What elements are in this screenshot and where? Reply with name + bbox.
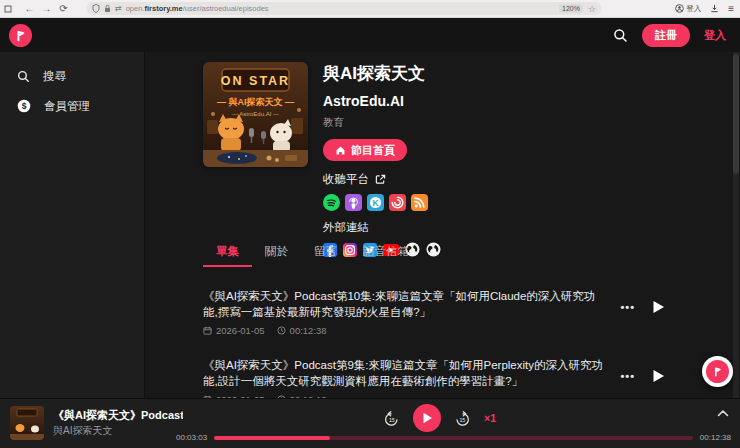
show-tabs: 單集 關於 留言 語音信箱: [203, 238, 422, 267]
episode-date: 2026-01-05: [216, 325, 265, 336]
episode-meta: 2026-01-05 00:12:38: [203, 325, 607, 336]
tab-preview-icon[interactable]: [4, 5, 21, 13]
svg-text:$: $: [22, 101, 27, 111]
login-link[interactable]: 登入: [704, 28, 726, 43]
forward-15-button[interactable]: 15: [454, 410, 471, 427]
browser-chrome: ← → ⟳ ⇄ open.firstory.me/user/astroeduai…: [0, 0, 740, 18]
cover-title-text: — 與AI探索天文 —: [217, 97, 294, 107]
show-author: AstroEdu.AI: [323, 93, 441, 109]
tab-comments[interactable]: 留言: [301, 238, 350, 267]
player-cover-thumbnail: [10, 406, 44, 440]
episode-more-button[interactable]: •••: [620, 301, 635, 313]
episode-row: 《與AI探索天文》Podcast第9集:來聊這篇文章「如何用Perplexity…: [203, 357, 665, 398]
permissions-icon[interactable]: ⇄: [115, 4, 122, 13]
episode-more-button[interactable]: •••: [620, 370, 635, 382]
browser-account-button[interactable]: 登入: [675, 4, 701, 14]
svg-text:K: K: [372, 198, 379, 208]
home-icon: [335, 145, 346, 156]
collapse-player-chevron[interactable]: [717, 409, 729, 417]
show-header: ON STAR — 與AI探索天文 — — AstroEdu.AI —: [203, 62, 441, 257]
episode-duration: 00:12:38: [290, 325, 327, 336]
episode-title[interactable]: 《與AI探索天文》Podcast第10集:來聊這篇文章「如何用Claude的深入…: [203, 288, 607, 320]
register-button[interactable]: 註冊: [642, 24, 690, 47]
rss-icon[interactable]: [411, 194, 428, 211]
show-category: 教育: [323, 116, 441, 130]
header-search-icon[interactable]: [613, 28, 628, 43]
show-title: 與AI探索天文: [323, 62, 441, 85]
firstory-logo-icon: [706, 360, 729, 383]
zoom-level-badge[interactable]: 120%: [559, 4, 583, 13]
player-episode-title: 《與AI探索天文》Podcast第10...: [53, 408, 183, 423]
apple-podcasts-icon[interactable]: [345, 194, 362, 211]
tab-about[interactable]: 關於: [252, 238, 301, 267]
firstory-logo[interactable]: [9, 24, 32, 47]
sidebar: 搜尋 $ 會員管理: [0, 52, 145, 398]
lock-icon[interactable]: [104, 4, 111, 13]
progress-bar[interactable]: [214, 436, 693, 440]
player-controls: 15 15 ×1: [383, 404, 496, 432]
tab-voicemail[interactable]: 語音信箱: [350, 238, 422, 267]
calendar-icon: [203, 326, 212, 335]
pocket-casts-icon[interactable]: [389, 194, 406, 211]
clock-icon: [277, 326, 286, 335]
shield-icon[interactable]: [92, 4, 100, 13]
reload-icon[interactable]: ⟳: [55, 3, 72, 14]
page-scrollbar: [733, 52, 739, 398]
episode-list: 《與AI探索天文》Podcast第10集:來聊這篇文章「如何用Claude的深入…: [203, 288, 665, 398]
player-show-title: 與AI探索天文: [53, 424, 112, 438]
sidebar-item-membership[interactable]: $ 會員管理: [0, 91, 144, 121]
spotify-icon[interactable]: [323, 194, 340, 211]
player-progress-row: 00:03:03 00:12:38: [176, 433, 731, 442]
tab-episodes[interactable]: 單集: [203, 238, 252, 267]
show-home-button[interactable]: 節目首頁: [323, 139, 407, 161]
player-progress-fill: [214, 436, 329, 440]
episode-title[interactable]: 《與AI探索天文》Podcast第9集:來聊這篇文章「如何用Perplexity…: [203, 357, 607, 389]
sidebar-item-search[interactable]: 搜尋: [0, 61, 144, 91]
kkbox-icon[interactable]: K: [367, 194, 384, 211]
rewind-15-button[interactable]: 15: [383, 410, 400, 427]
platform-icons: K: [323, 194, 441, 211]
playback-speed-button[interactable]: ×1: [484, 412, 496, 424]
search-icon: [17, 70, 30, 83]
podcast-cover-art: ON STAR — 與AI探索天文 — — AstroEdu.AI —: [203, 62, 308, 167]
player-play-button[interactable]: [413, 404, 441, 432]
cover-left-cat: [218, 114, 244, 151]
episode-row: 《與AI探索天文》Podcast第10集:來聊這篇文章「如何用Claude的深入…: [203, 288, 665, 336]
forward-icon[interactable]: →: [38, 3, 55, 14]
url-text: open.firstory.me/user/astroeduai/episode…: [126, 4, 559, 13]
external-links-label: 外部連結: [323, 220, 441, 235]
cover-right-cat: [270, 119, 292, 152]
app-header: 註冊 登入: [0, 18, 740, 52]
show-info: 與AI探索天文 AstroEdu.AI 教育 節目首頁 收聽平台 K: [323, 62, 441, 257]
bookmark-star-icon[interactable]: ☆: [588, 4, 596, 14]
total-time: 00:12:38: [700, 433, 731, 442]
downloads-icon[interactable]: [710, 4, 719, 13]
player-bar: 《與AI探索天文》Podcast第10... 與AI探索天文 15 15 ×1 …: [0, 398, 740, 448]
platforms-label: 收聽平台: [323, 172, 441, 187]
sidebar-item-label: 搜尋: [43, 69, 66, 84]
url-bar[interactable]: ⇄ open.firstory.me/user/astroeduai/episo…: [86, 2, 602, 15]
main-content: ON STAR — 與AI探索天文 — — AstroEdu.AI —: [146, 52, 734, 398]
membership-icon: $: [17, 99, 31, 113]
menu-icon[interactable]: ≡: [728, 3, 734, 14]
svg-text:15: 15: [459, 416, 465, 422]
firstory-fab-button[interactable]: [702, 356, 733, 387]
website-globe-icon[interactable]: [426, 242, 441, 257]
scrollbar-thumb[interactable]: [733, 54, 739, 174]
current-time: 00:03:03: [176, 433, 207, 442]
external-link-icon: [375, 174, 386, 185]
episode-play-button[interactable]: [652, 369, 665, 383]
cover-sign-text: ON STAR: [221, 74, 290, 88]
sidebar-item-label: 會員管理: [44, 99, 90, 114]
episode-play-button[interactable]: [652, 300, 665, 314]
svg-text:15: 15: [389, 416, 395, 422]
back-icon[interactable]: ←: [21, 3, 38, 14]
